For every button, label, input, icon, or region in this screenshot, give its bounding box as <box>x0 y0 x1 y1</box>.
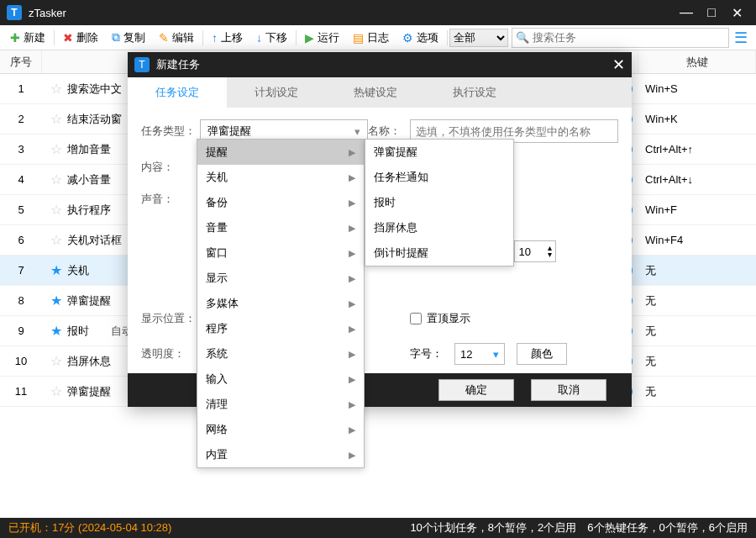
log-icon: ▤ <box>353 31 364 45</box>
run-button[interactable]: ▶运行 <box>298 25 346 50</box>
app-title: zTasker <box>29 7 66 19</box>
star-icon[interactable]: ☆ <box>50 232 62 248</box>
hotkey-cell: Win+K <box>638 113 756 125</box>
star-icon[interactable]: ★ <box>50 323 62 339</box>
copy-icon: ⧉ <box>112 30 120 45</box>
menu-item[interactable]: 输入▶ <box>197 367 364 392</box>
options-button[interactable]: ⚙选项 <box>396 25 445 50</box>
status-left: 已开机：17分 (2024-05-04 10:28) <box>8 520 171 535</box>
task-name: 搜索选中文 <box>67 82 122 97</box>
submenu-item[interactable]: 报时 <box>365 190 513 215</box>
submenu-item[interactable]: 倒计时提醒 <box>365 240 513 266</box>
task-type-submenu: 弹窗提醒任务栏通知报时挡屏休息倒计时提醒 <box>365 139 514 266</box>
star-icon[interactable]: ★ <box>50 293 62 309</box>
moveup-button[interactable]: ↑上移 <box>205 25 249 50</box>
submenu-item[interactable]: 挡屏休息 <box>365 215 513 240</box>
hotkey-cell: Win+S <box>638 82 756 95</box>
delete-icon: ✖ <box>63 31 73 45</box>
task-name: 结束活动窗 <box>67 112 122 127</box>
ok-button[interactable]: 确定 <box>438 379 514 401</box>
row-index: 10 <box>0 355 42 367</box>
hotkey-cell: 无 <box>638 324 756 339</box>
dialog-close[interactable]: ✕ <box>612 55 625 74</box>
delay-count-spinner[interactable]: 10▴▾ <box>514 240 556 262</box>
search-input[interactable] <box>533 31 725 44</box>
close-button[interactable]: ✕ <box>724 5 749 21</box>
task-name: 增加音量 <box>67 142 111 157</box>
menu-item[interactable]: 提醒▶ <box>197 140 364 165</box>
tab-hotkey[interactable]: 热键设定 <box>326 77 425 108</box>
titlebar: T zTasker — □ ✕ <box>0 0 756 25</box>
hotkey-cell: Ctrl+Alt+↓ <box>638 173 756 186</box>
star-icon[interactable]: ☆ <box>50 141 62 157</box>
view-toggle[interactable]: ☰ <box>729 29 753 47</box>
row-index: 4 <box>0 173 42 186</box>
statusbar: 已开机：17分 (2024-05-04 10:28) 10个计划任务，8个暂停，… <box>0 518 756 538</box>
minimize-button[interactable]: — <box>674 5 699 20</box>
gear-icon: ⚙ <box>402 31 413 45</box>
menu-item[interactable]: 程序▶ <box>197 316 364 341</box>
color-button[interactable]: 颜色 <box>517 343 567 365</box>
submenu-item[interactable]: 弹窗提醒 <box>365 140 513 165</box>
submenu-item[interactable]: 任务栏通知 <box>365 165 513 190</box>
status-right: 10个计划任务，8个暂停，2个启用 6个热键任务，0个暂停，6个启用 <box>410 520 748 535</box>
tab-exec[interactable]: 执行设定 <box>425 77 524 108</box>
menu-item[interactable]: 显示▶ <box>197 266 364 291</box>
dialog-logo: T <box>134 57 150 72</box>
task-name: 执行程序 <box>67 203 111 218</box>
star-icon[interactable]: ☆ <box>50 111 62 127</box>
menu-item[interactable]: 清理▶ <box>197 392 364 417</box>
menu-item[interactable]: 窗口▶ <box>197 240 364 266</box>
topmost-check[interactable]: 置顶显示 <box>410 311 618 326</box>
edit-icon: ✎ <box>159 31 169 45</box>
label-opacity: 透明度： <box>141 346 200 361</box>
new-button[interactable]: ✚新建 <box>3 25 52 50</box>
log-button[interactable]: ▤日志 <box>346 25 396 50</box>
search-icon: 🔍 <box>516 31 529 44</box>
dialog-tabs: 任务设定 计划设定 热键设定 执行设定 <box>128 77 632 108</box>
star-icon[interactable]: ☆ <box>50 202 62 218</box>
menu-item[interactable]: 系统▶ <box>197 341 364 367</box>
star-icon[interactable]: ★ <box>50 262 62 278</box>
play-icon: ▶ <box>305 31 314 45</box>
task-name: 弹窗提醒 <box>67 293 111 309</box>
hotkey-cell: 无 <box>638 354 756 369</box>
menu-item[interactable]: 音量▶ <box>197 215 364 240</box>
task-name: 弹窗提醒 <box>67 384 111 399</box>
menu-item[interactable]: 网络▶ <box>197 417 364 442</box>
copy-button[interactable]: ⧉复制 <box>105 25 152 50</box>
task-name: 减小音量 <box>67 172 111 187</box>
star-icon[interactable]: ☆ <box>50 353 62 369</box>
label-name: 名称： <box>368 124 410 139</box>
menu-item[interactable]: 关机▶ <box>197 165 364 190</box>
cancel-button[interactable]: 取消 <box>531 379 606 401</box>
label-type: 任务类型： <box>141 124 200 139</box>
delete-button[interactable]: ✖删除 <box>56 25 105 50</box>
search-box[interactable]: 🔍 <box>512 28 729 48</box>
star-icon[interactable]: ☆ <box>50 81 62 97</box>
menu-item[interactable]: 备份▶ <box>197 190 364 215</box>
filter-select[interactable]: 全部 <box>449 29 508 47</box>
label-sound: 声音： <box>141 192 200 207</box>
hotkey-cell: Win+F4 <box>638 234 756 246</box>
task-name: 报时 <box>67 324 89 339</box>
menu-item[interactable]: 内置▶ <box>197 442 364 467</box>
up-icon: ↑ <box>212 31 218 45</box>
dialog-titlebar: T 新建任务 ✕ <box>128 52 632 77</box>
tab-schedule[interactable]: 计划设定 <box>227 77 326 108</box>
tab-task[interactable]: 任务设定 <box>128 77 227 108</box>
hotkey-cell: 无 <box>638 263 756 278</box>
edit-button[interactable]: ✎编辑 <box>152 25 201 50</box>
row-index: 11 <box>0 385 42 398</box>
label-fontsize: 字号： <box>410 346 443 361</box>
menu-item[interactable]: 多媒体▶ <box>197 291 364 316</box>
down-icon: ↓ <box>256 31 262 45</box>
row-index: 2 <box>0 113 42 125</box>
label-content: 内容： <box>141 160 200 175</box>
maximize-button[interactable]: □ <box>699 5 724 20</box>
star-icon[interactable]: ☆ <box>50 171 62 187</box>
movedown-button[interactable]: ↓下移 <box>249 25 294 50</box>
row-index: 5 <box>0 203 42 216</box>
star-icon[interactable]: ☆ <box>50 383 62 399</box>
fontsize-select[interactable]: 12▾ <box>454 343 505 365</box>
